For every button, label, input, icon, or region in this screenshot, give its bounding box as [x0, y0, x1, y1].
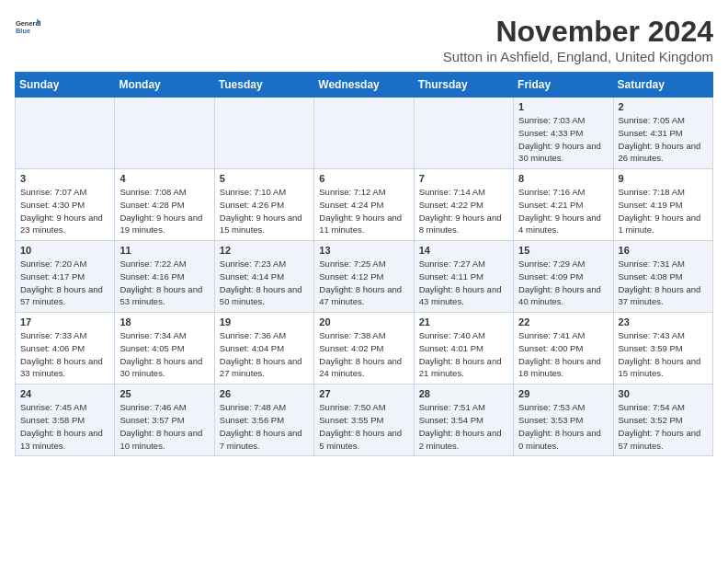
day-info: Sunrise: 7:31 AMSunset: 4:08 PMDaylight:… [619, 259, 701, 306]
logo: General Blue [15, 15, 40, 40]
day-number: 21 [419, 316, 508, 327]
calendar-cell: 26Sunrise: 7:48 AMSunset: 3:56 PMDayligh… [214, 385, 313, 456]
calendar-cell: 25Sunrise: 7:46 AMSunset: 3:57 PMDayligh… [115, 385, 214, 456]
day-info: Sunrise: 7:48 AMSunset: 3:56 PMDaylight:… [220, 402, 302, 450]
day-info: Sunrise: 7:51 AMSunset: 3:54 PMDaylight:… [419, 402, 502, 450]
calendar-cell [115, 98, 214, 169]
day-number: 20 [319, 316, 408, 327]
calendar-cell: 13Sunrise: 7:25 AMSunset: 4:12 PMDayligh… [314, 241, 414, 313]
day-number: 23 [619, 316, 708, 327]
calendar-cell: 11Sunrise: 7:22 AMSunset: 4:16 PMDayligh… [115, 241, 214, 313]
day-number: 26 [220, 388, 309, 399]
calendar-cell [314, 98, 414, 169]
day-number: 3 [20, 173, 109, 184]
day-number: 5 [220, 173, 309, 184]
calendar-cell [16, 98, 115, 169]
calendar-cell: 3Sunrise: 7:07 AMSunset: 4:30 PMDaylight… [16, 169, 115, 241]
day-info: Sunrise: 7:23 AMSunset: 4:14 PMDaylight:… [220, 259, 302, 306]
calendar-cell: 15Sunrise: 7:29 AMSunset: 4:09 PMDayligh… [514, 241, 613, 313]
calendar-cell: 21Sunrise: 7:40 AMSunset: 4:01 PMDayligh… [414, 313, 513, 385]
day-number: 19 [220, 316, 309, 327]
day-number: 8 [518, 173, 608, 184]
header: General Blue November 2024 Sutton in Ash… [15, 15, 713, 64]
calendar-cell: 6Sunrise: 7:12 AMSunset: 4:24 PMDaylight… [314, 169, 414, 241]
day-number: 11 [119, 245, 209, 256]
calendar-cell: 23Sunrise: 7:43 AMSunset: 3:59 PMDayligh… [613, 313, 712, 385]
day-info: Sunrise: 7:05 AMSunset: 4:31 PMDaylight:… [619, 115, 701, 163]
day-info: Sunrise: 7:08 AMSunset: 4:28 PMDaylight:… [119, 187, 202, 235]
day-info: Sunrise: 7:50 AMSunset: 3:55 PMDaylight:… [319, 402, 402, 450]
calendar-cell: 9Sunrise: 7:18 AMSunset: 4:19 PMDaylight… [613, 169, 712, 241]
calendar-cell: 20Sunrise: 7:38 AMSunset: 4:02 PMDayligh… [314, 313, 414, 385]
calendar-cell [214, 98, 313, 169]
calendar-cell: 10Sunrise: 7:20 AMSunset: 4:17 PMDayligh… [16, 241, 115, 313]
day-number: 4 [119, 173, 209, 184]
day-number: 28 [419, 388, 508, 399]
svg-text:General: General [16, 19, 40, 28]
calendar-cell: 30Sunrise: 7:54 AMSunset: 3:52 PMDayligh… [613, 385, 712, 456]
day-number: 25 [119, 388, 209, 399]
day-info: Sunrise: 7:10 AMSunset: 4:26 PMDaylight:… [220, 187, 302, 235]
weekday-header-row: SundayMondayTuesdayWednesdayThursdayFrid… [16, 73, 713, 98]
calendar-cell: 16Sunrise: 7:31 AMSunset: 4:08 PMDayligh… [613, 241, 712, 313]
calendar-cell: 14Sunrise: 7:27 AMSunset: 4:11 PMDayligh… [414, 241, 513, 313]
day-info: Sunrise: 7:27 AMSunset: 4:11 PMDaylight:… [419, 259, 502, 306]
weekday-header: Monday [115, 73, 214, 98]
day-info: Sunrise: 7:16 AMSunset: 4:21 PMDaylight:… [518, 187, 601, 235]
calendar-cell: 17Sunrise: 7:33 AMSunset: 4:06 PMDayligh… [16, 313, 115, 385]
calendar-week-row: 10Sunrise: 7:20 AMSunset: 4:17 PMDayligh… [16, 241, 713, 313]
day-info: Sunrise: 7:14 AMSunset: 4:22 PMDaylight:… [419, 187, 502, 235]
day-number: 22 [518, 316, 608, 327]
calendar-week-row: 1Sunrise: 7:03 AMSunset: 4:33 PMDaylight… [16, 98, 713, 169]
title-area: November 2024 Sutton in Ashfield, Englan… [443, 15, 713, 64]
calendar-cell: 29Sunrise: 7:53 AMSunset: 3:53 PMDayligh… [514, 385, 613, 456]
weekday-header: Tuesday [214, 73, 313, 98]
day-info: Sunrise: 7:36 AMSunset: 4:04 PMDaylight:… [220, 330, 302, 378]
calendar-cell: 24Sunrise: 7:45 AMSunset: 3:58 PMDayligh… [16, 385, 115, 456]
calendar-cell: 5Sunrise: 7:10 AMSunset: 4:26 PMDaylight… [214, 169, 313, 241]
day-info: Sunrise: 7:41 AMSunset: 4:00 PMDaylight:… [518, 330, 601, 378]
day-info: Sunrise: 7:40 AMSunset: 4:01 PMDaylight:… [419, 330, 502, 378]
day-info: Sunrise: 7:46 AMSunset: 3:57 PMDaylight:… [119, 402, 202, 450]
calendar-cell [414, 98, 513, 169]
calendar-week-row: 24Sunrise: 7:45 AMSunset: 3:58 PMDayligh… [16, 385, 713, 456]
day-info: Sunrise: 7:22 AMSunset: 4:16 PMDaylight:… [119, 259, 202, 306]
calendar-cell: 22Sunrise: 7:41 AMSunset: 4:00 PMDayligh… [514, 313, 613, 385]
calendar-cell: 27Sunrise: 7:50 AMSunset: 3:55 PMDayligh… [314, 385, 414, 456]
day-number: 2 [619, 101, 708, 112]
day-number: 7 [419, 173, 508, 184]
svg-text:Blue: Blue [16, 27, 30, 35]
weekday-header: Sunday [16, 73, 115, 98]
calendar-week-row: 17Sunrise: 7:33 AMSunset: 4:06 PMDayligh… [16, 313, 713, 385]
calendar-cell: 12Sunrise: 7:23 AMSunset: 4:14 PMDayligh… [214, 241, 313, 313]
day-number: 13 [319, 245, 408, 256]
day-info: Sunrise: 7:20 AMSunset: 4:17 PMDaylight:… [20, 259, 103, 306]
day-info: Sunrise: 7:38 AMSunset: 4:02 PMDaylight:… [319, 330, 402, 378]
day-info: Sunrise: 7:03 AMSunset: 4:33 PMDaylight:… [518, 115, 601, 163]
calendar-cell: 19Sunrise: 7:36 AMSunset: 4:04 PMDayligh… [214, 313, 313, 385]
day-number: 14 [419, 245, 508, 256]
day-info: Sunrise: 7:07 AMSunset: 4:30 PMDaylight:… [20, 187, 103, 235]
day-number: 29 [518, 388, 608, 399]
day-number: 24 [20, 388, 109, 399]
day-number: 1 [518, 101, 608, 112]
day-number: 6 [319, 173, 408, 184]
day-number: 18 [119, 316, 209, 327]
logo-svg: General Blue [15, 15, 40, 40]
day-number: 12 [220, 245, 309, 256]
month-title: November 2024 [443, 15, 713, 49]
calendar-cell: 7Sunrise: 7:14 AMSunset: 4:22 PMDaylight… [414, 169, 513, 241]
weekday-header: Thursday [414, 73, 513, 98]
day-number: 17 [20, 316, 109, 327]
calendar-week-row: 3Sunrise: 7:07 AMSunset: 4:30 PMDaylight… [16, 169, 713, 241]
day-info: Sunrise: 7:25 AMSunset: 4:12 PMDaylight:… [319, 259, 402, 306]
calendar-cell: 28Sunrise: 7:51 AMSunset: 3:54 PMDayligh… [414, 385, 513, 456]
calendar-cell: 2Sunrise: 7:05 AMSunset: 4:31 PMDaylight… [613, 98, 712, 169]
day-info: Sunrise: 7:34 AMSunset: 4:05 PMDaylight:… [119, 330, 202, 378]
calendar-cell: 8Sunrise: 7:16 AMSunset: 4:21 PMDaylight… [514, 169, 613, 241]
day-number: 30 [619, 388, 708, 399]
day-info: Sunrise: 7:45 AMSunset: 3:58 PMDaylight:… [20, 402, 103, 450]
day-number: 27 [319, 388, 408, 399]
day-info: Sunrise: 7:18 AMSunset: 4:19 PMDaylight:… [619, 187, 701, 235]
day-info: Sunrise: 7:54 AMSunset: 3:52 PMDaylight:… [619, 402, 701, 450]
